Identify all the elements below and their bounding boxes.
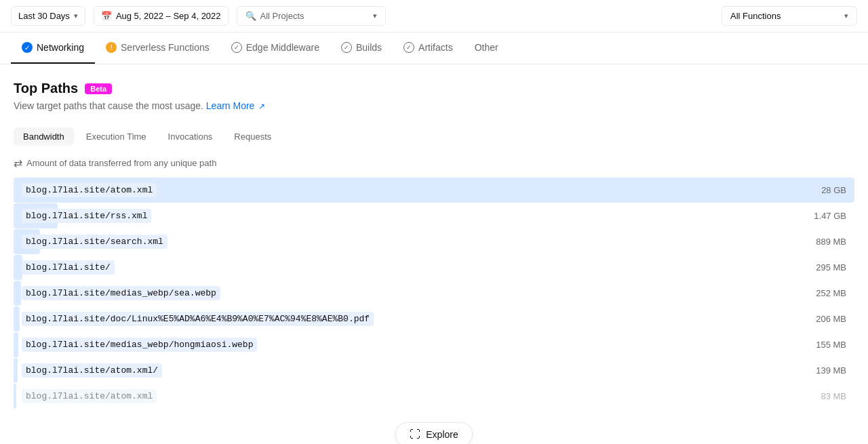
table-row: blog.l7lai.site/atom.xml83 MB (14, 384, 854, 409)
beta-badge: Beta (85, 83, 112, 94)
section-title: Top Paths (14, 81, 78, 96)
path-size: 155 MB (799, 340, 846, 350)
path-url: blog.l7lai.site/rss.xml (22, 209, 151, 223)
tab-edge[interactable]: ✓ Edge Middleware (220, 33, 330, 64)
paths-table: blog.l7lai.site/atom.xml28 GBblog.l7lai.… (14, 178, 854, 409)
bar-background (14, 358, 18, 383)
explore-button[interactable]: ⛶ Explore (395, 422, 472, 444)
table-row: blog.l7lai.site/atom.xml/139 MB (14, 358, 854, 383)
path-url: blog.l7lai.site/atom.xml/ (22, 363, 162, 378)
path-size: 252 MB (799, 288, 846, 298)
table-row: blog.l7lai.site/295 MB (14, 255, 854, 280)
table-row: blog.l7lai.site/doc/Linux%E5%AD%A6%E4%B9… (14, 306, 854, 331)
external-link-icon: ↗ (258, 102, 265, 111)
bar-background (14, 384, 16, 409)
path-size: 139 MB (799, 365, 846, 376)
learn-more-link[interactable]: Learn More ↗ (206, 100, 265, 111)
functions-dropdown[interactable]: All Functions ▾ (722, 6, 857, 26)
tab-other-label: Other (475, 42, 498, 53)
date-range-label: Aug 5, 2022 – Sep 4, 2022 (116, 11, 221, 21)
artifacts-icon: ✓ (403, 42, 414, 53)
section-title-row: Top Paths Beta (14, 81, 854, 96)
path-url: blog.l7lai.site/medias_webp/sea.webp (22, 286, 220, 300)
sub-tabs: Bandwidth Execution Time Invocations Req… (14, 127, 854, 146)
sub-tab-execution-time[interactable]: Execution Time (77, 127, 156, 146)
path-size: 206 MB (799, 314, 846, 324)
period-label: Last 30 Days (18, 11, 70, 21)
path-size: 295 MB (799, 262, 846, 273)
bandwidth-icon: ⇄ (14, 157, 22, 169)
tab-edge-label: Edge Middleware (246, 42, 319, 53)
table-row: blog.l7lai.site/medias_webp/sea.webp252 … (14, 281, 854, 306)
header: Last 30 Days ▾ 📅 Aug 5, 2022 – Sep 4, 20… (0, 0, 868, 33)
main-content: Top Paths Beta View target paths that ca… (0, 64, 868, 444)
search-icon: 🔍 (245, 11, 256, 21)
table-row: blog.l7lai.site/rss.xml1.47 GB (14, 203, 854, 228)
date-range-button[interactable]: 📅 Aug 5, 2022 – Sep 4, 2022 (94, 6, 229, 26)
explore-icon: ⛶ (410, 428, 420, 441)
path-url: blog.l7lai.site/doc/Linux%E5%AD%A6%E4%B9… (22, 312, 374, 326)
bar-background (14, 332, 18, 357)
tab-networking[interactable]: ✓ Networking (11, 33, 95, 64)
functions-chevron-icon: ▾ (844, 12, 848, 20)
tab-builds-label: Builds (356, 42, 382, 53)
tab-serverless[interactable]: ! Serverless Functions (95, 33, 220, 64)
tab-artifacts[interactable]: ✓ Artifacts (393, 33, 464, 64)
projects-label: All Projects (260, 11, 304, 21)
tab-artifacts-label: Artifacts (418, 42, 453, 53)
path-url: blog.l7lai.site/search.xml (22, 235, 167, 249)
sub-tab-invocations[interactable]: Invocations (159, 127, 222, 146)
path-size: 1.47 GB (799, 211, 846, 221)
tabs-row: ✓ Networking ! Serverless Functions ✓ Ed… (0, 33, 868, 64)
table-row: blog.l7lai.site/search.xml889 MB (14, 229, 854, 254)
projects-chevron-icon: ▾ (373, 12, 377, 20)
period-dropdown[interactable]: Last 30 Days ▾ (11, 6, 85, 26)
path-url: blog.l7lai.site/ (22, 260, 115, 275)
tab-other[interactable]: Other (464, 33, 509, 64)
table-row: blog.l7lai.site/medias_webp/hongmiaosi.w… (14, 332, 854, 357)
tab-serverless-label: Serverless Functions (121, 42, 210, 53)
bar-background (14, 306, 20, 331)
projects-dropdown[interactable]: 🔍 All Projects ▾ (237, 6, 386, 26)
functions-label: All Functions (730, 11, 781, 21)
sub-tab-requests[interactable]: Requests (224, 127, 281, 146)
path-size: 83 MB (799, 391, 846, 401)
path-size: 889 MB (799, 237, 846, 247)
builds-icon: ✓ (341, 42, 352, 53)
explore-label: Explore (426, 429, 458, 440)
explore-container: ⛶ Explore (14, 422, 854, 444)
path-size: 28 GB (799, 185, 846, 195)
path-url: blog.l7lai.site/atom.xml (22, 183, 157, 197)
bar-background (14, 281, 21, 306)
edge-icon: ✓ (231, 42, 242, 53)
bandwidth-description: ⇄ Amount of data transferred from any un… (14, 157, 854, 169)
serverless-icon: ! (106, 42, 117, 53)
path-url: blog.l7lai.site/medias_webp/hongmiaosi.w… (22, 338, 257, 352)
tab-builds[interactable]: ✓ Builds (330, 33, 393, 64)
path-url: blog.l7lai.site/atom.xml (22, 389, 157, 403)
period-chevron-icon: ▾ (74, 12, 78, 20)
table-row: blog.l7lai.site/atom.xml28 GB (14, 178, 854, 203)
tab-networking-label: Networking (37, 42, 84, 53)
networking-icon: ✓ (22, 42, 33, 53)
sub-tab-bandwidth[interactable]: Bandwidth (14, 127, 74, 146)
calendar-icon: 📅 (101, 11, 112, 21)
section-subtitle: View target paths that cause the most us… (14, 100, 854, 111)
